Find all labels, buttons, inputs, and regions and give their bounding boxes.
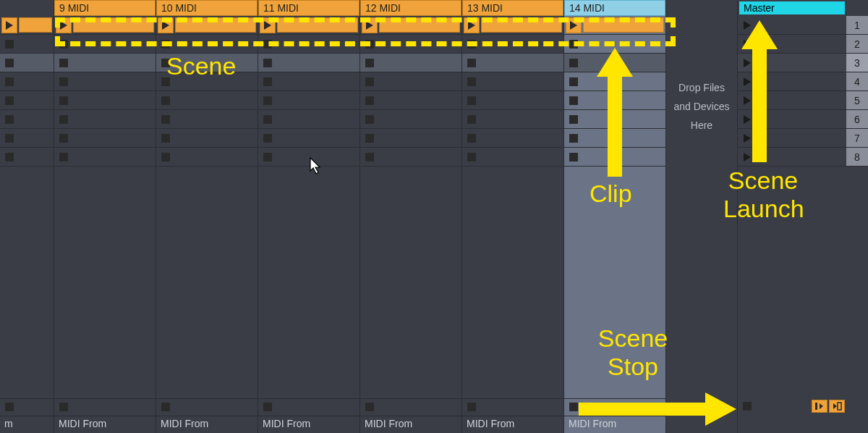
stop-all-button[interactable] bbox=[741, 400, 754, 413]
clip-stop-button[interactable] bbox=[260, 55, 276, 71]
clip-stop-button[interactable] bbox=[158, 36, 174, 52]
clip-play-button[interactable] bbox=[260, 17, 276, 33]
clip-play-button[interactable] bbox=[464, 17, 480, 33]
clip-stop-button[interactable] bbox=[260, 36, 276, 52]
empty-clip-slot[interactable] bbox=[360, 148, 461, 167]
clip-stop-button[interactable] bbox=[56, 74, 72, 90]
scene-launch-row[interactable] bbox=[738, 91, 846, 110]
empty-clip-slot[interactable] bbox=[360, 54, 461, 72]
clip-body[interactable] bbox=[379, 17, 460, 33]
clip-stop-button[interactable] bbox=[464, 36, 480, 52]
track-stop-button[interactable] bbox=[362, 400, 378, 413]
empty-clip-slot[interactable] bbox=[54, 91, 156, 110]
empty-clip-slot[interactable] bbox=[564, 54, 665, 72]
clip-stop-button[interactable] bbox=[464, 149, 480, 165]
empty-clip-slot[interactable] bbox=[156, 91, 258, 110]
clip-play-button[interactable] bbox=[158, 17, 174, 33]
clip-stop-button[interactable] bbox=[362, 74, 378, 90]
empty-clip-slot[interactable] bbox=[0, 110, 54, 129]
empty-clip-slot[interactable] bbox=[54, 72, 156, 91]
clip-stop-button[interactable] bbox=[566, 149, 582, 165]
scene-launch-button[interactable] bbox=[741, 132, 754, 145]
empty-clip-slot[interactable] bbox=[156, 110, 258, 129]
clip-stop-button[interactable] bbox=[1, 74, 17, 90]
track-header[interactable]: 10 MIDI bbox=[156, 0, 258, 16]
scene-number[interactable]: 8 bbox=[846, 148, 868, 167]
empty-clip-slot[interactable] bbox=[258, 91, 359, 110]
clip-stop-button[interactable] bbox=[464, 130, 480, 146]
clip-stop-button[interactable] bbox=[566, 93, 582, 109]
track-stop-row[interactable] bbox=[0, 398, 54, 414]
clip-stop-button[interactable] bbox=[464, 74, 480, 90]
clip-stop-button[interactable] bbox=[566, 74, 582, 90]
clip-stop-button[interactable] bbox=[362, 93, 378, 109]
track-stop-row[interactable] bbox=[156, 398, 258, 414]
clip-slot[interactable] bbox=[258, 16, 359, 35]
scene-launch-row[interactable] bbox=[738, 148, 846, 167]
empty-clip-slot[interactable] bbox=[258, 110, 359, 129]
empty-clip-slot[interactable] bbox=[0, 129, 54, 148]
clip-slot[interactable] bbox=[462, 16, 563, 35]
clip-stop-button[interactable] bbox=[362, 112, 378, 127]
empty-clip-slot[interactable] bbox=[462, 110, 563, 129]
master-header[interactable]: Master bbox=[739, 1, 845, 14]
empty-clip-slot[interactable] bbox=[462, 148, 563, 167]
scene-number[interactable]: 4 bbox=[846, 72, 868, 91]
clip-stop-button[interactable] bbox=[1, 93, 17, 109]
track-stop-row[interactable] bbox=[54, 398, 156, 414]
clip-body[interactable] bbox=[277, 17, 358, 33]
clip-play-button[interactable] bbox=[566, 17, 582, 33]
clip-slot[interactable] bbox=[54, 16, 156, 35]
scene-number[interactable]: 5 bbox=[846, 91, 868, 110]
clip-stop-button[interactable] bbox=[566, 55, 582, 71]
clip-stop-button[interactable] bbox=[260, 93, 276, 109]
empty-clip-slot[interactable] bbox=[564, 35, 665, 54]
clip-stop-button[interactable] bbox=[56, 55, 72, 71]
empty-clip-slot[interactable] bbox=[156, 72, 258, 91]
scene-launch-row[interactable] bbox=[738, 72, 846, 91]
scene-launch-button[interactable] bbox=[741, 75, 754, 88]
scene-launch-row[interactable] bbox=[738, 54, 846, 72]
track-stop-button[interactable] bbox=[464, 400, 480, 413]
empty-clip-slot[interactable] bbox=[258, 35, 359, 54]
clip-stop-button[interactable] bbox=[56, 93, 72, 109]
track-stop-row[interactable] bbox=[564, 398, 665, 414]
scene-number[interactable]: 1 bbox=[846, 16, 868, 35]
track-header[interactable]: 13 MIDI bbox=[462, 0, 563, 16]
scene-launch-button[interactable] bbox=[741, 151, 754, 164]
scene-launch-button[interactable] bbox=[741, 94, 754, 107]
empty-clip-slot[interactable] bbox=[462, 54, 563, 72]
empty-clip-slot[interactable] bbox=[0, 148, 54, 167]
empty-clip-slot[interactable] bbox=[258, 72, 359, 91]
track-io-label[interactable]: MIDI From bbox=[54, 416, 156, 431]
empty-clip-slot[interactable] bbox=[360, 91, 461, 110]
clip-slot[interactable] bbox=[564, 16, 665, 35]
track-stop-row[interactable] bbox=[258, 398, 359, 414]
track-header[interactable]: 14 MIDI bbox=[564, 0, 665, 16]
scene-launch-row[interactable] bbox=[738, 110, 846, 129]
scene-number[interactable]: 3 bbox=[846, 54, 868, 72]
scene-launch-row[interactable] bbox=[738, 16, 846, 35]
clip-stop-button[interactable] bbox=[56, 112, 72, 127]
scene-launch-row[interactable] bbox=[738, 129, 846, 148]
clip-stop-button[interactable] bbox=[464, 55, 480, 71]
track-header[interactable]: 11 MIDI bbox=[258, 0, 359, 16]
scene-launch-button[interactable] bbox=[741, 113, 754, 126]
empty-clip-slot[interactable] bbox=[0, 72, 54, 91]
scene-number[interactable]: 7 bbox=[846, 129, 868, 148]
clip-stop-button[interactable] bbox=[362, 55, 378, 71]
clip-stop-button[interactable] bbox=[1, 112, 17, 127]
empty-clip-slot[interactable] bbox=[0, 91, 54, 110]
clip-stop-button[interactable] bbox=[158, 93, 174, 109]
clip-stop-button[interactable] bbox=[158, 149, 174, 165]
empty-clip-slot[interactable] bbox=[360, 35, 461, 54]
empty-clip-slot[interactable] bbox=[360, 72, 461, 91]
track-stop-button[interactable] bbox=[1, 400, 17, 413]
track-stop-button[interactable] bbox=[56, 400, 72, 413]
track-header[interactable]: 9 MIDI bbox=[54, 0, 156, 16]
empty-clip-slot[interactable] bbox=[360, 129, 461, 148]
empty-clip-slot[interactable] bbox=[462, 35, 563, 54]
clip-body[interactable] bbox=[73, 17, 154, 33]
track-io-label[interactable]: m bbox=[0, 416, 54, 431]
empty-clip-slot[interactable] bbox=[156, 129, 258, 148]
